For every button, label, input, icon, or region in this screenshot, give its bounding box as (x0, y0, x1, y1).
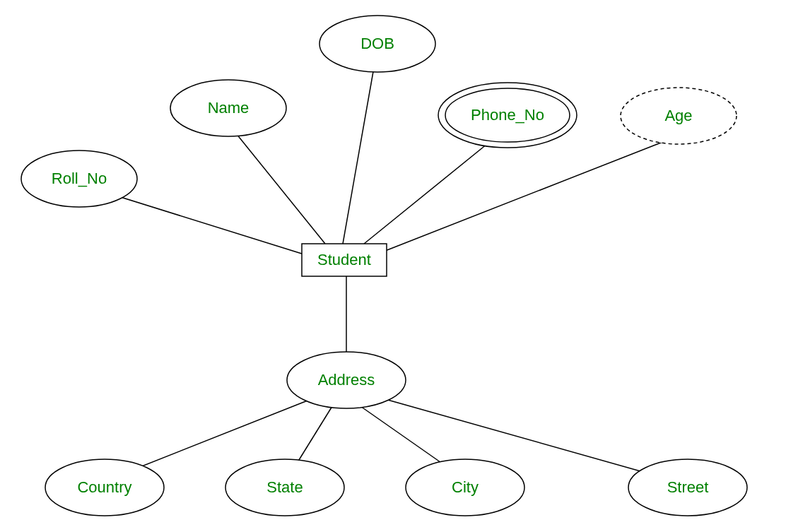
attr-address-label: Address (318, 371, 375, 389)
edge-student-name (228, 123, 325, 244)
attr-name: Name (170, 80, 286, 136)
attr-phone-no-label: Phone_No (471, 106, 544, 124)
attr-state-label: State (266, 478, 303, 496)
attr-country: Country (45, 459, 164, 516)
attr-phone-no: Phone_No (438, 83, 577, 148)
attr-dob-label: DOB (360, 35, 394, 52)
attr-state: State (225, 459, 344, 516)
attr-city-label: City (452, 478, 479, 496)
attr-street-label: Street (667, 478, 709, 496)
er-diagram: Student Roll_No Name DOB Phone_No Age Ad… (0, 0, 786, 532)
attr-roll-no: Roll_No (21, 150, 137, 207)
attr-street: Street (628, 459, 747, 516)
entity-student: Student (302, 244, 387, 276)
edge-student-phoneno (364, 138, 495, 244)
attr-age-label: Age (664, 107, 692, 124)
attr-roll-no-label: Roll_No (52, 170, 107, 187)
edge-student-age (385, 141, 664, 251)
attr-country-label: Country (77, 478, 131, 496)
attr-name-label: Name (208, 99, 250, 117)
entity-student-label: Student (317, 251, 371, 268)
attr-address: Address (287, 352, 406, 408)
attr-age: Age (621, 88, 737, 144)
attr-city: City (406, 459, 524, 516)
attr-dob: DOB (319, 16, 435, 72)
edge-student-dob (343, 64, 375, 244)
